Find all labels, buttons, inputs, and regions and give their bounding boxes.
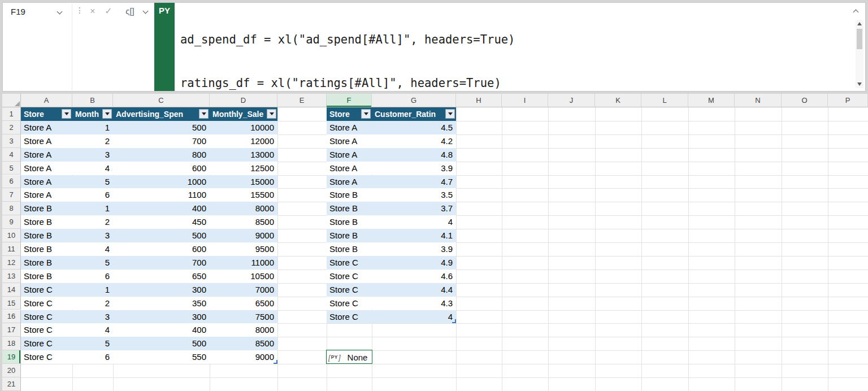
cell-B13[interactable]: 6 bbox=[72, 270, 113, 283]
cell-G3[interactable]: 4.2 bbox=[372, 134, 456, 148]
cell-F9[interactable]: Store B bbox=[327, 215, 372, 229]
cell-D8[interactable]: 8000 bbox=[210, 202, 277, 215]
row-header-10[interactable]: 10 bbox=[2, 229, 21, 242]
cell-G14[interactable]: 4.4 bbox=[372, 283, 456, 297]
cell-F4[interactable]: Store A bbox=[327, 148, 372, 162]
cell-A3[interactable]: Store A bbox=[21, 134, 72, 148]
cell-B16[interactable]: 3 bbox=[72, 310, 113, 324]
column-header-G[interactable]: G bbox=[372, 94, 456, 107]
row-header-8[interactable]: 8 bbox=[2, 202, 21, 215]
column-header-C[interactable]: C bbox=[113, 94, 210, 107]
cell-C13[interactable]: 650 bbox=[113, 270, 210, 283]
formula-bar-scrollbar[interactable] bbox=[856, 20, 863, 88]
cell-G15[interactable]: 4.3 bbox=[372, 297, 456, 310]
cell-C14[interactable]: 300 bbox=[113, 283, 210, 297]
cell-C12[interactable]: 700 bbox=[113, 256, 210, 270]
cell-G13[interactable]: 4.6 bbox=[372, 270, 456, 283]
cell-F15[interactable]: Store C bbox=[327, 297, 372, 310]
cell-B15[interactable]: 2 bbox=[72, 297, 113, 310]
cell-B2[interactable]: 1 bbox=[72, 121, 113, 134]
row-header-9[interactable]: 9 bbox=[2, 215, 21, 229]
cell-A4[interactable]: Store A bbox=[21, 148, 72, 162]
filter-dropdown-button[interactable] bbox=[361, 109, 371, 119]
cell-C10[interactable]: 500 bbox=[113, 229, 210, 242]
filter-dropdown-button[interactable] bbox=[445, 109, 455, 119]
cell-A10[interactable]: Store B bbox=[21, 229, 72, 242]
column-header-O[interactable]: O bbox=[782, 94, 828, 107]
cell-G9[interactable]: 4 bbox=[372, 215, 456, 229]
scrollbar-thumb[interactable] bbox=[857, 29, 862, 49]
select-all-corner[interactable] bbox=[2, 94, 21, 107]
filter-dropdown-button[interactable] bbox=[199, 109, 209, 119]
cell-C17[interactable]: 400 bbox=[113, 323, 210, 337]
cell-A16[interactable]: Store C bbox=[21, 310, 72, 324]
collapse-formula-bar-icon[interactable] bbox=[853, 10, 859, 15]
column-header-J[interactable]: J bbox=[548, 94, 595, 107]
cell-F13[interactable]: Store C bbox=[327, 270, 372, 283]
cell-C8[interactable]: 400 bbox=[113, 202, 210, 215]
cell-G6[interactable]: 4.7 bbox=[372, 175, 456, 189]
cell-A12[interactable]: Store B bbox=[21, 256, 72, 270]
row-header-6[interactable]: 6 bbox=[2, 175, 21, 189]
cell-F3[interactable]: Store A bbox=[327, 134, 372, 148]
cell-G2[interactable]: 4.5 bbox=[372, 121, 456, 134]
filter-dropdown-button[interactable] bbox=[102, 109, 112, 119]
filter-dropdown-button[interactable] bbox=[267, 109, 276, 119]
cell-B4[interactable]: 3 bbox=[72, 148, 113, 162]
cell-D19[interactable]: 9000 bbox=[210, 350, 277, 364]
cell-C6[interactable]: 1000 bbox=[113, 175, 210, 189]
cell-A14[interactable]: Store C bbox=[21, 283, 72, 297]
cell-D6[interactable]: 15000 bbox=[210, 175, 277, 189]
cell-C11[interactable]: 600 bbox=[113, 242, 210, 256]
table-header-ratings-0[interactable]: Store bbox=[327, 107, 372, 121]
cell-A15[interactable]: Store C bbox=[21, 297, 72, 310]
row-header-13[interactable]: 13 bbox=[2, 270, 21, 283]
column-header-M[interactable]: M bbox=[688, 94, 735, 107]
row-header-17[interactable]: 17 bbox=[2, 323, 21, 337]
cell-D14[interactable]: 7000 bbox=[210, 283, 277, 297]
row-header-18[interactable]: 18 bbox=[2, 337, 21, 350]
name-box[interactable]: F19 bbox=[6, 5, 66, 18]
cell-B5[interactable]: 4 bbox=[72, 162, 113, 175]
cancel-button[interactable]: × bbox=[85, 5, 100, 18]
row-header-21[interactable]: 21 bbox=[2, 377, 21, 391]
cell-C9[interactable]: 450 bbox=[113, 215, 210, 229]
column-header-A[interactable]: A bbox=[21, 94, 72, 107]
cell-C7[interactable]: 1100 bbox=[113, 188, 210, 202]
row-header-4[interactable]: 4 bbox=[2, 148, 21, 162]
python-insert-icon[interactable]: ς[] bbox=[118, 5, 142, 18]
cell-A6[interactable]: Store A bbox=[21, 175, 72, 189]
column-header-L[interactable]: L bbox=[641, 94, 688, 107]
cell-A9[interactable]: Store B bbox=[21, 215, 72, 229]
cell-A19[interactable]: Store C bbox=[21, 350, 72, 364]
cell-A13[interactable]: Store B bbox=[21, 270, 72, 283]
cell-B3[interactable]: 2 bbox=[72, 134, 113, 148]
cell-F10[interactable]: Store B bbox=[327, 229, 372, 242]
cell-G8[interactable]: 3.7 bbox=[372, 202, 456, 215]
cell-B17[interactable]: 4 bbox=[72, 323, 113, 337]
table-resize-handle-ad-spend[interactable] bbox=[274, 360, 277, 364]
cell-B8[interactable]: 1 bbox=[72, 202, 113, 215]
cell-A7[interactable]: Store A bbox=[21, 188, 72, 202]
cell-D18[interactable]: 8500 bbox=[210, 337, 277, 350]
cell-F7[interactable]: Store B bbox=[327, 188, 372, 202]
cell-D2[interactable]: 10000 bbox=[210, 121, 277, 134]
row-header-14[interactable]: 14 bbox=[2, 283, 21, 297]
cell-C5[interactable]: 600 bbox=[113, 162, 210, 175]
column-header-E[interactable]: E bbox=[277, 94, 327, 107]
cell-B18[interactable]: 5 bbox=[72, 337, 113, 350]
table-header-ad_spend-2[interactable]: Advertising_Spen bbox=[113, 107, 210, 121]
filter-dropdown-button[interactable] bbox=[62, 109, 71, 119]
column-header-K[interactable]: K bbox=[595, 94, 641, 107]
cell-G10[interactable]: 4.1 bbox=[372, 229, 456, 242]
row-header-16[interactable]: 16 bbox=[2, 310, 21, 324]
row-header-5[interactable]: 5 bbox=[2, 162, 21, 175]
row-header-7[interactable]: 7 bbox=[2, 188, 21, 202]
cell-D17[interactable]: 8000 bbox=[210, 323, 277, 337]
row-header-11[interactable]: 11 bbox=[2, 242, 21, 256]
cell-D15[interactable]: 6500 bbox=[210, 297, 277, 310]
table-header-ad_spend-1[interactable]: Month bbox=[72, 107, 113, 121]
cell-B6[interactable]: 5 bbox=[72, 175, 113, 189]
scroll-down-icon[interactable] bbox=[857, 82, 862, 86]
cell-F16[interactable]: Store C bbox=[327, 310, 372, 324]
